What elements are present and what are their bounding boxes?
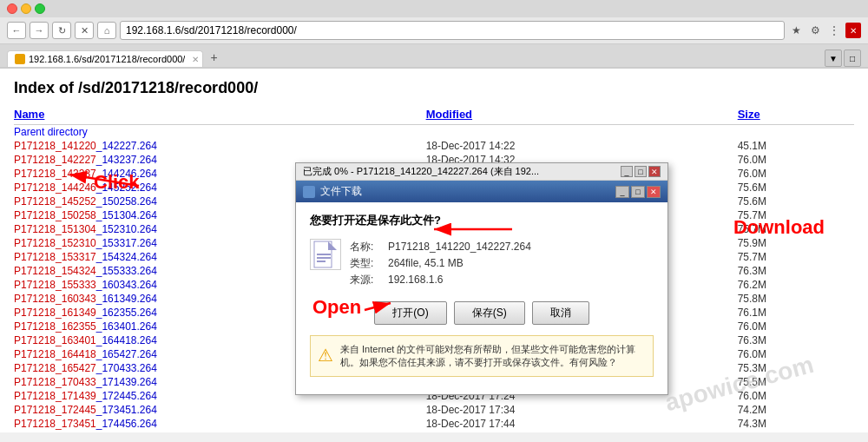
active-tab[interactable]: 192.168.1.6/sd/20171218/record000/ ✕ — [7, 50, 203, 67]
tab-bar: 192.168.1.6/sd/20171218/record000/ ✕ + ▼… — [0, 44, 868, 68]
maximize-window-btn[interactable] — [35, 3, 45, 14]
file-size-cell: 76.0M — [720, 153, 854, 167]
file-link[interactable]: P171218_163401_164418.264 — [14, 334, 157, 346]
file-size-cell: 75.7M — [720, 222, 854, 236]
svg-rect-2 — [317, 254, 331, 255]
file-size-cell: 76.3M — [720, 333, 854, 347]
file-link[interactable]: P171218_143237_144246.264 — [14, 168, 157, 180]
tab-list-icon[interactable]: ▼ — [825, 49, 842, 67]
file-date-cell: 18-Dec-2017 17:34 — [391, 403, 720, 417]
tab-controls: ▼ □ — [825, 49, 861, 67]
back-button[interactable]: ← — [7, 22, 26, 39]
col-size-header[interactable]: Size — [720, 106, 854, 125]
svg-rect-4 — [317, 261, 326, 262]
file-name-cell: P171218_141220_142227.264 — [14, 139, 391, 153]
file-size-cell: 76.2M — [720, 278, 854, 292]
close-tab-icon[interactable]: ✕ — [845, 23, 861, 38]
cancel-button[interactable]: 取消 — [532, 301, 589, 325]
file-link[interactable]: P171218_154324_155333.264 — [14, 265, 157, 277]
file-link[interactable]: P171218_155333_160343.264 — [14, 279, 157, 291]
dialog-max-btn[interactable]: □ — [631, 186, 645, 198]
file-link[interactable]: P171218_174456_175503.264 — [14, 432, 157, 432]
progress-text: 已完成 0% - P171218_141220_142227.264 (来自 1… — [303, 165, 614, 178]
dialog-minimize-icon[interactable]: _ — [621, 166, 633, 177]
file-link[interactable]: P171218_162355_163401.264 — [14, 320, 157, 333]
page-title: Index of /sd/20171218/record000/ — [14, 79, 854, 97]
bookmark-icon[interactable]: ★ — [788, 23, 804, 38]
file-link[interactable]: P171218_161349_162355.264 — [14, 307, 157, 319]
file-icon-svg — [313, 241, 338, 268]
file-size-cell: 76.1M — [720, 306, 854, 320]
file-link[interactable]: P171218_164418_165427.264 — [14, 348, 157, 360]
dialog-restore-icon[interactable]: □ — [635, 166, 647, 177]
dialog-close-icon[interactable]: ✕ — [648, 166, 661, 177]
download-dialog: 已完成 0% - P171218_141220_142227.264 (来自 1… — [295, 162, 668, 395]
file-type-row: 类型: 264file, 45.1 MB — [350, 255, 531, 272]
file-size-cell: 75.6M — [720, 195, 854, 208]
stop-button[interactable]: ✕ — [75, 22, 94, 39]
table-row: P171218_172445_173451.26418-Dec-2017 17:… — [14, 403, 854, 417]
dialog-question: 您要打开还是保存此文件? — [310, 213, 654, 228]
address-bar[interactable] — [120, 21, 785, 40]
file-link[interactable]: P171218_153317_154324.264 — [14, 251, 157, 263]
file-link[interactable]: P171218_145252_150258.264 — [14, 195, 157, 208]
file-link[interactable]: P171218_141220_142227.264 — [14, 140, 157, 152]
file-size-cell: 74.2M — [720, 403, 854, 417]
file-size-cell: 76.3M — [720, 264, 854, 278]
file-from-row: 来源: 192.168.1.6 — [350, 272, 531, 288]
file-name-cell: P171218_174456_175503.264 — [14, 431, 391, 432]
col-modified-header[interactable]: Modified — [391, 106, 720, 125]
grid-icon[interactable]: ⋮ — [826, 23, 842, 38]
minimize-window-btn[interactable] — [21, 3, 31, 14]
col-name-header[interactable]: Name — [14, 106, 391, 125]
file-link[interactable]: P171218_165427_170433.264 — [14, 362, 157, 374]
dialog-min-btn[interactable]: _ — [615, 186, 629, 198]
svg-rect-3 — [317, 257, 331, 259]
file-icon — [310, 239, 341, 270]
file-size-cell: 75.5M — [720, 375, 854, 389]
close-window-btn[interactable] — [7, 3, 17, 14]
new-tab-button[interactable]: + — [205, 48, 222, 67]
file-size-cell: 75.9M — [720, 236, 854, 250]
file-details: 名称: P171218_141220_142227.264 类型: 264fil… — [350, 239, 531, 289]
new-window-icon[interactable]: □ — [844, 49, 861, 67]
file-link[interactable]: P171218_171439_172445.264 — [14, 390, 157, 402]
file-link[interactable]: P171218_144246_145252.264 — [14, 181, 157, 194]
dialog-warning: ⚠ 来自 Internet 的文件可能对您有所帮助，但某些文件可能危害您的计算机… — [310, 335, 654, 378]
file-link[interactable]: P171218_170433_171439.264 — [14, 376, 157, 388]
file-link[interactable]: P171218_152310_153317.264 — [14, 237, 157, 249]
modified-sort-link[interactable]: Modified — [426, 108, 472, 121]
tab-label: 192.168.1.6/sd/20171218/record000/ — [29, 54, 185, 64]
file-link[interactable]: P171218_151304_152310.264 — [14, 223, 157, 235]
file-link[interactable]: P171218_150258_151304.264 — [14, 209, 157, 221]
forward-button[interactable]: → — [30, 22, 49, 39]
file-link[interactable]: P171218_142227_143237.264 — [14, 154, 157, 166]
open-button[interactable]: 打开(O) — [374, 301, 446, 325]
dialog-titlebar: 文件下载 _ □ ✕ — [296, 181, 667, 202]
warning-text: 来自 Internet 的文件可能对您有所帮助，但某些文件可能危害您的计算机。如… — [340, 343, 646, 370]
parent-directory-link[interactable]: Parent directory — [14, 126, 88, 138]
tab-close-icon[interactable]: ✕ — [192, 55, 199, 64]
file-link[interactable]: P171218_173451_174456.264 — [14, 418, 157, 430]
browser-toolbar: ← → ↻ ✕ ⌂ ★ ⚙ ⋮ ✕ — [0, 17, 868, 44]
name-sort-link[interactable]: Name — [14, 108, 44, 121]
settings-icon[interactable]: ⚙ — [807, 23, 823, 38]
dialog-buttons: 打开(O) 保存(S) 取消 — [310, 298, 654, 328]
file-size-cell: 75.8M — [720, 292, 854, 306]
dialog-close-btn[interactable]: ✕ — [647, 186, 661, 198]
home-button[interactable]: ⌂ — [97, 22, 116, 39]
dialog-body: 您要打开还是保存此文件? 名称: P171218_141220_14222 — [296, 202, 667, 394]
reload-button[interactable]: ↻ — [52, 22, 71, 39]
parent-directory-row: Parent directory — [14, 125, 854, 140]
browser-titlebar — [0, 0, 868, 17]
file-name-row: 名称: P171218_141220_142227.264 — [350, 239, 531, 255]
file-size-cell: 75.7M — [720, 250, 854, 264]
save-button[interactable]: 保存(S) — [454, 301, 525, 325]
size-sort-link[interactable]: Size — [738, 108, 760, 121]
table-row: P171218_174456_175503.26418-Dec-2017 17:… — [14, 431, 854, 432]
file-size-cell: 75.6M — [720, 181, 854, 195]
file-name-cell: P171218_173451_174456.264 — [14, 417, 391, 431]
dialog-title-favicon — [303, 186, 315, 198]
file-link[interactable]: P171218_160343_161349.264 — [14, 293, 157, 305]
file-link[interactable]: P171218_172445_173451.264 — [14, 404, 157, 416]
